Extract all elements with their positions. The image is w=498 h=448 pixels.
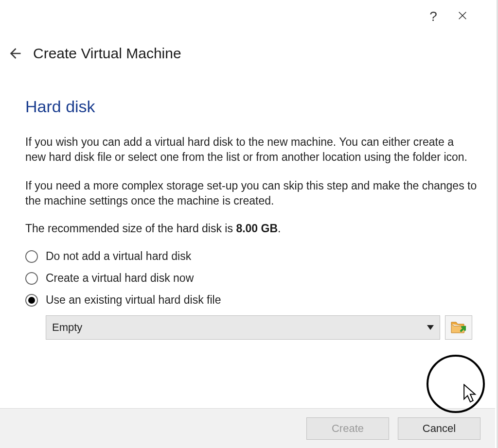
existing-disk-combo[interactable]: Empty xyxy=(46,315,440,340)
option-label: Use an existing virtual hard disk file xyxy=(46,293,221,307)
back-button[interactable] xyxy=(5,44,24,63)
chevron-down-icon xyxy=(427,325,434,330)
option-do-not-add[interactable]: Do not add a virtual hard disk xyxy=(25,250,477,263)
option-use-existing[interactable]: Use an existing virtual hard disk file xyxy=(25,293,477,307)
intro-paragraph-2: If you need a more complex storage set-u… xyxy=(25,178,477,208)
option-label: Create a virtual hard disk now xyxy=(46,272,194,285)
option-label: Do not add a virtual hard disk xyxy=(46,250,191,263)
existing-disk-row: Empty xyxy=(46,315,472,340)
wizard-window: ? Create Virtual Machine Hard disk If yo… xyxy=(0,0,498,448)
header: Create Virtual Machine xyxy=(0,44,497,63)
content-area: Hard disk If you wish you can add a virt… xyxy=(0,97,497,340)
hard-disk-radio-group: Do not add a virtual hard disk Create a … xyxy=(25,250,477,307)
close-button[interactable] xyxy=(448,9,477,24)
recommended-prefix: The recommended size of the hard disk is xyxy=(25,222,236,235)
browse-disk-button[interactable] xyxy=(445,315,472,340)
back-arrow-icon xyxy=(7,46,22,61)
recommended-size-line: The recommended size of the hard disk is… xyxy=(25,222,477,235)
section-heading: Hard disk xyxy=(25,97,477,116)
page-title: Create Virtual Machine xyxy=(33,45,181,62)
annotation-highlight-circle xyxy=(427,355,485,413)
create-button[interactable]: Create xyxy=(306,417,389,440)
cursor-icon xyxy=(462,384,478,403)
radio-icon xyxy=(25,272,38,285)
radio-icon-selected xyxy=(25,294,38,307)
intro-paragraph-1: If you wish you can add a virtual hard d… xyxy=(25,135,477,165)
radio-icon xyxy=(25,250,38,263)
help-button[interactable]: ? xyxy=(419,9,448,24)
recommended-size-value: 8.00 GB xyxy=(236,222,278,235)
combo-value: Empty xyxy=(52,321,82,334)
cancel-button[interactable]: Cancel xyxy=(398,417,480,440)
folder-open-icon xyxy=(450,320,467,335)
titlebar: ? xyxy=(0,0,497,29)
recommended-suffix: . xyxy=(278,222,281,235)
option-create-new[interactable]: Create a virtual hard disk now xyxy=(25,272,477,285)
close-icon xyxy=(457,10,468,21)
footer-buttons: Create Cancel xyxy=(0,408,495,448)
